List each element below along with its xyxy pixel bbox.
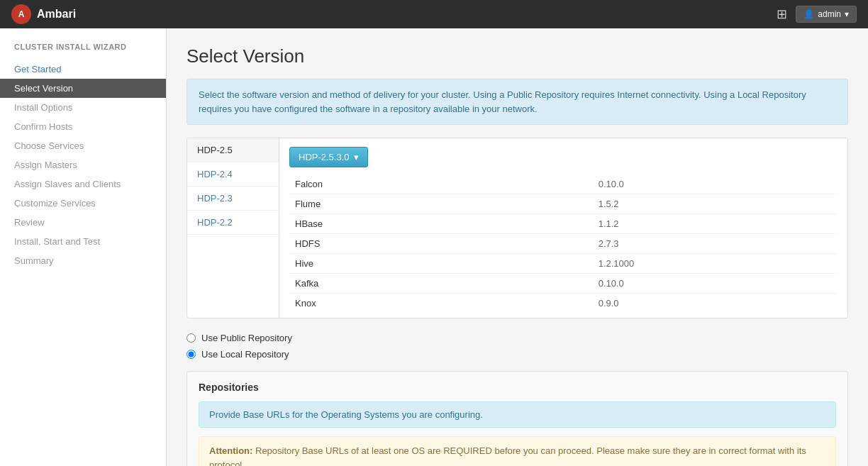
sidebar-item-summary: Summary bbox=[0, 251, 166, 270]
repositories-box: Repositories Provide Base URLs for the O… bbox=[187, 371, 848, 466]
service-name: Falcon bbox=[289, 174, 593, 194]
service-name: Flume bbox=[289, 194, 593, 214]
repository-options: Use Public Repository Use Local Reposito… bbox=[187, 333, 848, 360]
version-tab-hdp24[interactable]: HDP-2.4 bbox=[187, 162, 279, 187]
content-area: Select Version Select the software versi… bbox=[167, 28, 868, 466]
dropdown-arrow-icon: ▾ bbox=[354, 152, 359, 162]
services-table: Falcon 0.10.0 Flume 1.5.2 HBase 1.1.2 HD… bbox=[289, 174, 838, 309]
table-row: Flume 1.5.2 bbox=[289, 194, 838, 214]
table-row: Knox 0.9.0 bbox=[289, 294, 838, 310]
attention-label: Attention: bbox=[209, 445, 252, 456]
user-icon: 👤 bbox=[803, 9, 814, 19]
navbar: A Ambari ⊞ 👤 admin ▾ bbox=[0, 0, 868, 28]
version-tab-hdp23[interactable]: HDP-2.3 bbox=[187, 187, 279, 211]
version-content: HDP-2.5.3.0 ▾ Falcon 0.10.0 Flume 1.5.2 … bbox=[279, 138, 847, 318]
sidebar-item-confirm-hosts: Confirm Hosts bbox=[0, 117, 166, 136]
brand-label: Ambari bbox=[37, 8, 76, 21]
version-tabs: HDP-2.5 HDP-2.4 HDP-2.3 HDP-2.2 bbox=[187, 138, 279, 318]
service-name: HBase bbox=[289, 214, 593, 234]
service-version: 1.1.2 bbox=[593, 214, 838, 234]
use-local-repo-option[interactable]: Use Local Repository bbox=[187, 349, 848, 360]
version-tab-hdp22[interactable]: HDP-2.2 bbox=[187, 211, 279, 235]
sidebar: CLUSTER INSTALL WIZARD Get Started Selec… bbox=[0, 28, 167, 466]
sidebar-item-install-start-test: Install, Start and Test bbox=[0, 232, 166, 251]
sidebar-title: CLUSTER INSTALL WIZARD bbox=[0, 43, 166, 60]
sidebar-item-select-version[interactable]: Select Version bbox=[0, 79, 166, 98]
navbar-right: ⊞ 👤 admin ▾ bbox=[777, 6, 857, 23]
public-repo-label: Use Public Repository bbox=[201, 333, 292, 343]
table-row: Hive 1.2.1000 bbox=[289, 254, 838, 274]
attention-text: Repository Base URLs of at least one OS … bbox=[209, 445, 806, 466]
use-public-repo-option[interactable]: Use Public Repository bbox=[187, 333, 848, 343]
info-box: Select the software version and method o… bbox=[187, 79, 848, 125]
service-name: Kafka bbox=[289, 274, 593, 294]
admin-button[interactable]: 👤 admin ▾ bbox=[796, 6, 857, 23]
sidebar-item-get-started[interactable]: Get Started bbox=[0, 60, 166, 79]
sidebar-item-assign-slaves: Assign Slaves and Clients bbox=[0, 174, 166, 194]
attention-box: Attention: Repository Base URLs of at le… bbox=[199, 436, 836, 466]
service-version: 0.10.0 bbox=[593, 274, 838, 294]
table-row: Kafka 0.10.0 bbox=[289, 274, 838, 294]
version-dropdown-button[interactable]: HDP-2.5.3.0 ▾ bbox=[289, 147, 368, 167]
selected-version-label: HDP-2.5.3.0 bbox=[299, 152, 350, 162]
service-name: HDFS bbox=[289, 234, 593, 254]
main-layout: CLUSTER INSTALL WIZARD Get Started Selec… bbox=[0, 28, 868, 466]
service-name: Hive bbox=[289, 254, 593, 274]
chevron-down-icon: ▾ bbox=[845, 9, 849, 19]
admin-label: admin bbox=[818, 9, 841, 19]
service-name: Knox bbox=[289, 294, 593, 310]
table-row: HDFS 2.7.3 bbox=[289, 234, 838, 254]
sidebar-item-assign-masters: Assign Masters bbox=[0, 155, 166, 174]
grid-icon[interactable]: ⊞ bbox=[777, 6, 787, 22]
sidebar-item-choose-services: Choose Services bbox=[0, 136, 166, 155]
info-text: Select the software version and method o… bbox=[199, 89, 806, 114]
local-repo-radio[interactable] bbox=[187, 350, 196, 359]
ambari-logo: A bbox=[11, 4, 31, 24]
service-version: 2.7.3 bbox=[593, 234, 838, 254]
brand: A Ambari bbox=[11, 4, 76, 24]
public-repo-radio[interactable] bbox=[187, 333, 196, 343]
service-version: 0.9.0 bbox=[593, 294, 838, 310]
local-repo-label: Use Local Repository bbox=[201, 349, 289, 360]
version-panel-inner: HDP-2.5 HDP-2.4 HDP-2.3 HDP-2.2 HDP-2.5.… bbox=[187, 138, 847, 318]
version-tab-hdp25[interactable]: HDP-2.5 bbox=[187, 138, 279, 162]
table-row: Falcon 0.10.0 bbox=[289, 174, 838, 194]
service-version: 0.10.0 bbox=[593, 174, 838, 194]
sidebar-item-customize-services: Customize Services bbox=[0, 194, 166, 213]
page-title: Select Version bbox=[187, 45, 848, 67]
sidebar-item-install-options: Install Options bbox=[0, 98, 166, 117]
services-scroll-container[interactable]: Falcon 0.10.0 Flume 1.5.2 HBase 1.1.2 HD… bbox=[289, 174, 838, 309]
table-row: HBase 1.1.2 bbox=[289, 214, 838, 234]
repositories-title: Repositories bbox=[199, 382, 836, 393]
provide-urls-box: Provide Base URLs for the Operating Syst… bbox=[199, 401, 836, 428]
sidebar-item-review: Review bbox=[0, 213, 166, 232]
service-version: 1.2.1000 bbox=[593, 254, 838, 274]
service-version: 1.5.2 bbox=[593, 194, 838, 214]
provide-urls-text: Provide Base URLs for the Operating Syst… bbox=[209, 409, 483, 420]
version-panel: HDP-2.5 HDP-2.4 HDP-2.3 HDP-2.2 HDP-2.5.… bbox=[187, 138, 848, 318]
